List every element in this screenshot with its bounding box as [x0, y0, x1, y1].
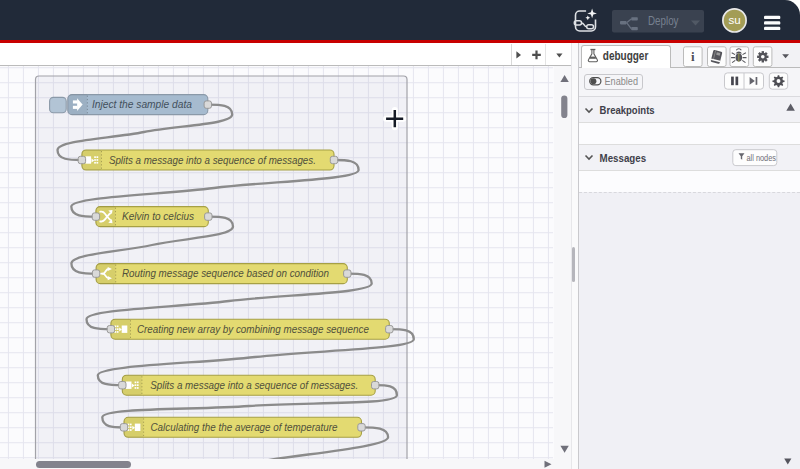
svg-text:debugger: debugger [602, 49, 648, 63]
svg-text:Enabled: Enabled [604, 74, 638, 86]
svg-text:Splits a message into a sequen: Splits a message into a sequence of mess… [109, 155, 316, 166]
svg-text:all nodes: all nodes [746, 152, 776, 163]
svg-text:i: i [690, 49, 694, 64]
svg-text:Messages: Messages [599, 152, 646, 164]
svg-text:Deploy: Deploy [648, 13, 679, 28]
svg-text:su: su [728, 13, 740, 26]
svg-text:Creating new array by combinin: Creating new array by combining message … [137, 324, 369, 335]
svg-text:Kelvin to celcius: Kelvin to celcius [122, 211, 194, 222]
svg-text:Splits a message into a sequen: Splits a message into a sequence of mess… [150, 380, 358, 391]
svg-text:Breakpoints: Breakpoints [599, 103, 654, 115]
svg-text:Calculating the the average of: Calculating the the average of temperatu… [151, 422, 338, 433]
svg-text:Inject the sample data: Inject the sample data [92, 99, 192, 110]
svg-text:Routing message sequence based: Routing message sequence based on condit… [122, 268, 329, 279]
